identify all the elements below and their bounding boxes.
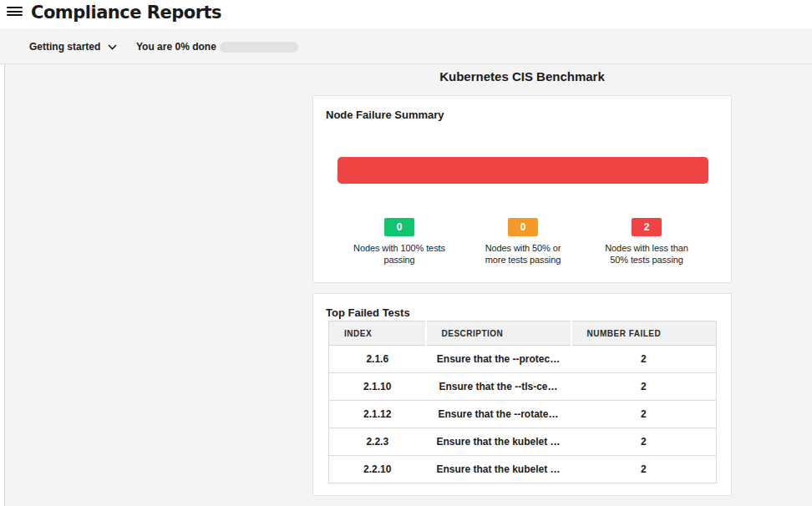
cell-number-failed: 2 (571, 401, 717, 428)
getting-started-dropdown[interactable]: Getting started (29, 30, 117, 63)
cell-number-failed: 2 (571, 456, 717, 483)
top-failed-tests-table: INDEX DESCRIPTION NUMBER FAILED 2.1.6 En… (328, 321, 717, 483)
table-row: 2.1.6 Ensure that the --protec… 2 (329, 346, 717, 373)
cell-index: 2.1.12 (329, 401, 426, 428)
top-failed-tests-card: Top Failed Tests INDEX DESCRIPTION NUMBE… (312, 293, 732, 496)
getting-started-bar: Getting started You are 0% done (0, 29, 812, 64)
stat-50-passing: 0 Nodes with 50% or more tests passing (461, 218, 585, 266)
cell-index: 2.1.6 (329, 346, 426, 373)
cell-description: Ensure that the --rotate… (426, 401, 571, 428)
cell-description: Ensure that the kubelet … (426, 456, 571, 483)
cell-number-failed: 2 (571, 428, 717, 456)
cell-description: Ensure that the kubelet … (426, 428, 571, 456)
chevron-down-icon (108, 44, 117, 50)
stat-50-passing-label: Nodes with 50% or more tests passing (485, 243, 561, 266)
progress-bar (220, 42, 298, 53)
report-heading: Kubernetes CIS Benchmark (312, 69, 732, 83)
stat-100-passing: 0 Nodes with 100% tests passing (337, 218, 461, 266)
menu-icon[interactable] (7, 7, 23, 16)
table-row: 2.1.12 Ensure that the --rotate… 2 (329, 401, 717, 428)
stat-100-passing-label: Nodes with 100% tests passing (353, 243, 445, 266)
node-failure-chart: 0 Nodes with 100% tests passing 0 Nodes … (337, 157, 708, 266)
stat-100-passing-count: 0 (384, 218, 414, 236)
node-failure-summary-title: Node Failure Summary (326, 109, 718, 121)
top-failed-tests-title: Top Failed Tests (326, 306, 718, 319)
node-failure-summary-card: Node Failure Summary 0 Nodes with 100% t… (312, 95, 732, 283)
progress-text: You are 0% done (136, 30, 216, 63)
page-title: Compliance Reports (31, 3, 221, 23)
cell-number-failed: 2 (571, 373, 717, 401)
cell-number-failed: 2 (571, 346, 717, 373)
report-panel: Kubernetes CIS Benchmark Node Failure Su… (4, 64, 812, 506)
stat-50-passing-count: 0 (508, 218, 538, 236)
cell-description: Ensure that the --protec… (426, 346, 571, 373)
cell-index: 2.1.10 (329, 373, 426, 401)
table-row: 2.1.10 Ensure that the --tls-ce… 2 (329, 373, 717, 401)
stat-less-50-passing-count: 2 (632, 218, 662, 236)
app-header: Compliance Reports (0, 0, 812, 29)
cell-description: Ensure that the --tls-ce… (426, 373, 571, 401)
table-row: 2.2.10 Ensure that the kubelet … 2 (329, 456, 717, 483)
table-row: 2.2.3 Ensure that the kubelet … 2 (329, 428, 717, 456)
table-body: 2.1.6 Ensure that the --protec… 2 2.1.10… (329, 346, 717, 483)
getting-started-label: Getting started (29, 41, 100, 53)
column-header-index: INDEX (329, 321, 426, 346)
cell-index: 2.2.10 (329, 456, 426, 483)
column-header-number-failed: NUMBER FAILED (571, 321, 717, 346)
cell-index: 2.2.3 (329, 428, 426, 456)
failing-nodes-bar (337, 157, 708, 184)
stat-less-50-passing: 2 Nodes with less than 50% tests passing (585, 218, 708, 266)
stat-less-50-passing-label: Nodes with less than 50% tests passing (605, 243, 688, 266)
column-header-description: DESCRIPTION (426, 321, 571, 346)
